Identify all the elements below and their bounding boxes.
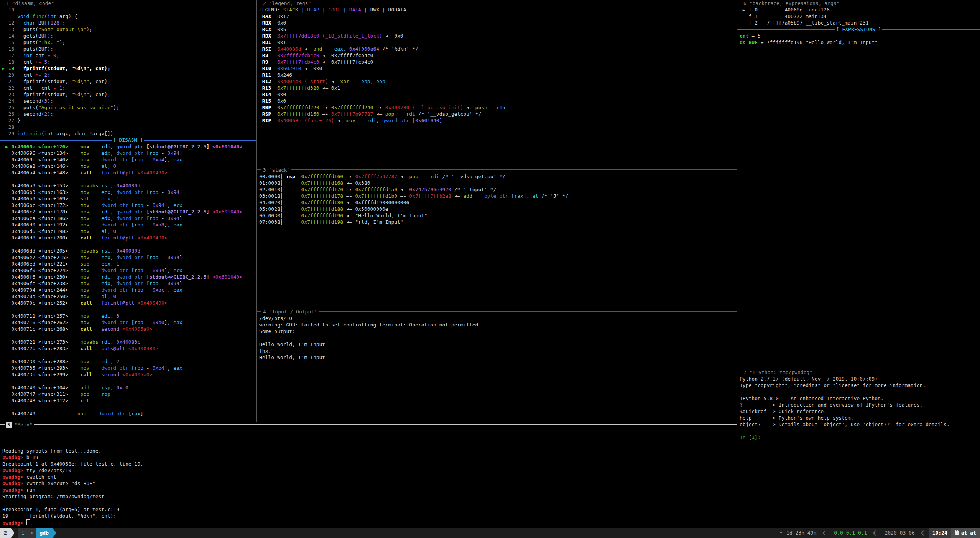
terminal-text: ], [164, 320, 173, 325]
pane-ipython[interactable]: 7 "IPython: tmp/pwndbg" Python 2.7.17 (d… [737, 369, 980, 528]
terminal-text [125, 346, 128, 351]
terminal-text: dword ptr [101, 222, 128, 228]
tmux-window-tab-gdb[interactable]: gdb [36, 528, 52, 538]
terminal-text: 16 [2, 46, 17, 52]
terminal-line: 04:0020│ 0x7fffffffd180 ◂— 0xffffd190000… [259, 199, 737, 206]
terminal-line: 0x4006d6 <func+198> mov al, 0 [2, 228, 256, 235]
terminal-text: Thx. [259, 348, 274, 354]
terminal-text: eax [173, 222, 182, 228]
terminal-text: edx [101, 150, 110, 156]
terminal-line: 22 cnt = cnt - 1; [2, 85, 256, 91]
terminal-line: help -> Python's own help system. [740, 415, 980, 421]
terminal-text: [ [143, 144, 150, 149]
terminal-line: R14 0x0 [259, 91, 737, 98]
terminal-text: 23 [2, 92, 17, 97]
terminal-text: qword ptr [116, 209, 143, 215]
tmux-window-index[interactable]: 1 [18, 528, 28, 538]
terminal-text: ecx [101, 254, 110, 260]
pane-stack[interactable]: 3 "stack" 00:0000│ rsp 0x7fffffffd160 —▸… [257, 167, 737, 308]
terminal-text: 0x94 [168, 150, 179, 156]
terminal-text: RDI [259, 39, 277, 45]
terminal-text [487, 105, 496, 110]
powerline-arrow-icon [11, 528, 15, 538]
pane-border-line [257, 3, 737, 3]
terminal-text: 0x4006b3 <func+163> [2, 189, 81, 195]
pane-vertical-border-right[interactable] [737, 0, 737, 528]
pane-title-label: 2 "legend, regs" [261, 0, 312, 7]
terminal-text: push [475, 105, 487, 110]
pane-main-gdb[interactable]: 5 "Main" Reading symbols from test...don… [0, 422, 737, 528]
terminal-text: rbp [134, 222, 143, 228]
terminal-text: add [463, 193, 472, 199]
terminal-text: f 2 7ffff7a05b97 __libc_start_main+231 [740, 20, 869, 26]
terminal-text: 0x40080d [116, 248, 140, 254]
terminal-text: R8 [259, 52, 277, 58]
terminal-text: 0xac [152, 287, 164, 293]
terminal-text [355, 118, 367, 123]
terminal-line: 0x400740 <func+304> add rsp, 0xc0 [2, 384, 256, 391]
terminal-text: ; [47, 59, 50, 65]
terminal-text: /dev/pts/10 [259, 315, 292, 321]
terminal-text: ecx [173, 267, 182, 273]
terminal-text: <0x4005a0> [122, 372, 152, 377]
terminal-text: 0x7fffffffd1b0 [355, 193, 397, 199]
terminal-text: second( [17, 98, 44, 104]
terminal-text: 0x4006d0 <func+192> [2, 222, 81, 228]
gdb-console-listing[interactable]: Reading symbols from test...done.pwndbg>… [2, 428, 737, 526]
ipython-console-listing[interactable]: Python 2.7.17 (default, Nov 7 2019, 10:0… [740, 376, 980, 441]
terminal-text: ◂— [334, 118, 346, 123]
terminal-text: 0x400696 <func+134> [2, 150, 81, 156]
terminal-text: 0x94 [168, 189, 179, 195]
terminal-text: 1 [59, 85, 62, 91]
terminal-text: rbp [134, 365, 143, 371]
chevron-left-icon [822, 530, 828, 536]
terminal-text: rdi [430, 174, 439, 179]
terminal-text: 00:0000│ [259, 174, 286, 179]
terminal-line: 23 fprintf(stdout, "%d\n", cnt); [2, 91, 256, 98]
terminal-line: object? -> Details about 'object', use '… [740, 421, 980, 428]
terminal-text: dword ptr [101, 320, 128, 325]
pane-backtrace-expressions[interactable]: 6 "backtrace, expressions, args" ► f 0 4… [737, 0, 980, 369]
terminal-line: 0x4006d8 <func+200> call fprintf@plt <0x… [2, 235, 256, 241]
terminal-line: RCX 0x5 [259, 26, 737, 33]
terminal-text: eax [334, 46, 343, 52]
pane-legend-regs[interactable]: 2 "legend, regs" LEGEND: STACK | HEAP | … [257, 0, 737, 167]
terminal-text: ◂— 0x7ffff7fcb4c0 [319, 59, 373, 65]
terminal-text: 12 [2, 20, 17, 26]
terminal-line: RDX 0x7ffff7dd18c0 (_IO_stdfile_1_lock) … [259, 33, 737, 39]
terminal-text: rbp [150, 280, 158, 286]
terminal-text: f 1 400772 main+34 [740, 13, 827, 19]
terminal-text: ◂— [397, 187, 409, 192]
terminal-text: pop [385, 111, 394, 117]
terminal-line: 0x400716 <func+262> mov dword ptr [rbp -… [2, 319, 256, 326]
terminal-text [472, 193, 484, 199]
terminal-cursor[interactable] [26, 519, 30, 525]
terminal-text: pwndbg> [2, 481, 26, 486]
tmux-session-badge[interactable]: 2 [0, 528, 11, 538]
terminal-text: ecx [101, 196, 110, 202]
terminal-line [2, 352, 256, 358]
terminal-line: Hello World, I'm Input [259, 341, 737, 348]
terminal-line: 13 puts("Some output:\n"); [2, 26, 256, 33]
terminal-text: 0x7ffff7fcb4c0 [277, 52, 319, 58]
pane-input-output[interactable]: 4 "Input / Output" /dev/pts/10warning: G… [257, 308, 737, 422]
terminal-text: 0x94 [168, 280, 179, 286]
terminal-text: , [110, 359, 117, 364]
chevron-left-icon [921, 530, 926, 536]
terminal-text: "Some output:\n" [38, 26, 86, 32]
terminal-text: 0x4006a4 <func+148> [2, 170, 81, 176]
expressions-section-label: [ EXPRESSIONS ] [835, 26, 882, 33]
terminal-line: Reading symbols from test...done. [2, 448, 737, 454]
terminal-text: += [35, 59, 41, 65]
terminal-text [89, 359, 101, 364]
terminal-text: ] [206, 209, 212, 215]
terminal-text: edi [101, 359, 110, 364]
pane-vertical-border-left[interactable] [256, 0, 257, 422]
pane-disasm-code[interactable]: 1 "disasm, code" 10 11 void func(int arg… [0, 0, 256, 422]
terminal-text: ◂— 0x1 [319, 85, 340, 91]
terminal-text: R11 [259, 72, 277, 78]
terminal-text: *= [35, 72, 41, 78]
terminal-text: | [298, 7, 307, 13]
terminal-text: mov [81, 157, 89, 162]
terminal-line: 00:0000│ rsp 0x7fffffffd160 —▸ 0x7ffff7b… [259, 173, 737, 180]
